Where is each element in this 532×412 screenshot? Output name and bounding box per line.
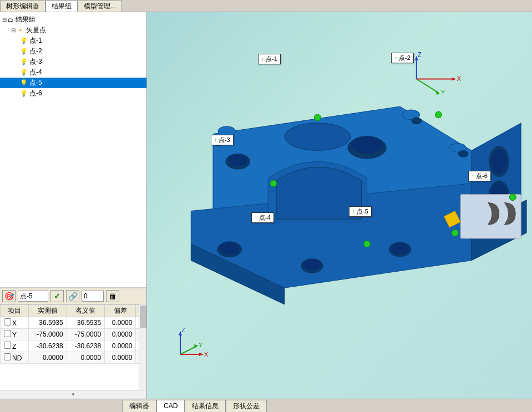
row-x-nominal: 36.5935 [67, 317, 104, 329]
row-y-nominal: -75.0000 [67, 329, 104, 340]
row-y-checkbox[interactable] [4, 330, 11, 337]
tree-root-label: 结果组 [16, 15, 36, 24]
row-x-item: X [1, 317, 29, 329]
scroll-bottom-arrow[interactable]: ▼ [0, 390, 146, 399]
svg-point-18 [303, 260, 321, 271]
point-1-text: 点-1 [266, 55, 277, 63]
tree-view[interactable]: ⊟ 🗂 结果组 ⊟ 🔸 矢量点 💡 点-1 💡 点-2 [0, 12, 146, 288]
svg-point-20 [391, 243, 409, 254]
row-z-checkbox[interactable] [4, 342, 11, 349]
tree-point-5[interactable]: 💡 点-5 [0, 78, 146, 88]
top-tabs: 树形编辑器 结果组 模型管理... [0, 0, 532, 12]
row-nd-checkbox[interactable] [4, 353, 11, 360]
row-z-nominal: -30.6238 [67, 340, 104, 352]
tab-tree-editor[interactable]: 树形编辑器 [0, 1, 45, 12]
tree-point-6-label: 点-6 [29, 89, 42, 98]
target-icon-btn[interactable]: 🎯 [2, 290, 16, 302]
up-arrow-icon-2: ↑ [394, 55, 397, 61]
point-icon-3: 💡 [20, 58, 28, 65]
data-table-container: 项目 实测值 名义值 偏差 X 36.5935 36.5935 0.0000 [0, 304, 146, 390]
tab-results-group[interactable]: 结果组 [45, 1, 78, 12]
tree-point-1[interactable]: 💡 点-1 [0, 35, 146, 46]
point-label-2: ↑ 点-2 [391, 53, 414, 63]
row-nd-nominal: 0.0000 [67, 352, 104, 364]
table-row: X 36.5935 36.5935 0.0000 0 [1, 317, 146, 329]
tree-point-2-label: 点-2 [29, 47, 42, 56]
row-nd-item: ND [1, 352, 29, 364]
bottom-status-bar: 编辑器 CAD 结果信息 形状公差 [0, 399, 532, 412]
svg-point-10 [492, 149, 507, 174]
col-measured: 实测值 [29, 305, 67, 317]
svg-point-6 [285, 123, 351, 151]
bottom-tab-editor[interactable]: 编辑器 [122, 400, 156, 412]
point-label-5: ↑ 点-5 [349, 206, 372, 217]
tree-group[interactable]: ⊟ 🔸 矢量点 [0, 25, 146, 35]
tree-root[interactable]: ⊟ 🗂 结果组 [0, 14, 146, 25]
3d-viewport[interactable]: Z Y X ↑ 点-1 ↑ 点-2 ↑ 点-3 [147, 12, 532, 399]
point-icon-1: 💡 [20, 37, 28, 44]
clear-btn[interactable]: 🗑 [106, 290, 119, 302]
tree-point-4-label: 点-4 [29, 68, 42, 77]
point-2-text: 点-2 [399, 54, 411, 62]
tab-model-manager[interactable]: 模型管理... [78, 1, 122, 12]
svg-point-41 [364, 241, 371, 247]
svg-marker-51 [199, 353, 204, 356]
table-row: Z -30.6238 -30.6238 0.0000 0 [1, 340, 146, 352]
svg-text:X: X [204, 351, 208, 358]
expand-icon[interactable]: ⊟ [2, 17, 7, 23]
point-label-4: ↑ 点-4 [251, 212, 274, 223]
row-x-deviation: 0.0000 [105, 317, 136, 329]
row-z-measured: -30.6238 [29, 340, 67, 352]
tree-point-5-label: 点-5 [29, 78, 42, 88]
scrollbar[interactable] [139, 304, 146, 390]
group-expand-icon[interactable]: ⊟ [11, 27, 16, 33]
svg-point-27 [412, 118, 422, 124]
tree-point-2[interactable]: 💡 点-2 [0, 46, 146, 57]
number-input[interactable] [82, 291, 104, 302]
bottom-tab-tolerance[interactable]: 形状公差 [226, 400, 267, 412]
tree-point-4[interactable]: 💡 点-4 [0, 67, 146, 78]
up-arrow-icon-4: ↑ [255, 215, 257, 221]
svg-point-28 [458, 150, 468, 157]
scroll-thumb[interactable] [140, 306, 146, 328]
up-arrow-icon: ↑ [261, 56, 264, 62]
svg-marker-33 [435, 90, 440, 95]
svg-point-42 [452, 230, 458, 236]
point-icon-5: 💡 [20, 79, 28, 87]
check-btn[interactable]: ✓ [50, 290, 64, 302]
bottom-panel: 🎯 ✓ 🔗 🗑 项目 实测值 名义值 偏差 [0, 288, 146, 399]
tree-point-1-label: 点-1 [29, 36, 42, 45]
bottom-tab-cad[interactable]: CAD [156, 400, 185, 412]
svg-point-22 [229, 155, 247, 166]
tree-group-label: 矢量点 [26, 26, 46, 35]
row-nd-measured: 0.0000 [29, 352, 67, 364]
link-btn[interactable]: 🔗 [66, 290, 79, 302]
bottom-tabs: 编辑器 CAD 结果信息 形状公差 [0, 399, 267, 412]
svg-point-8 [351, 136, 383, 154]
row-nd-deviation: 0.0000 [105, 352, 136, 364]
point-label-1: ↑ 点-1 [258, 54, 281, 64]
left-panel: ⊟ 🗂 结果组 ⊟ 🔸 矢量点 💡 点-1 💡 点-2 [0, 12, 147, 399]
svg-line-47 [180, 346, 197, 354]
point-4-text: 点-4 [259, 213, 271, 222]
folder-icon: 🗂 [8, 17, 14, 23]
col-deviation: 偏差 [105, 305, 136, 317]
svg-point-40 [270, 180, 277, 187]
tree-point-3-label: 点-3 [29, 57, 42, 67]
point-label-6: ↑ 点-6 [468, 171, 491, 181]
row-z-deviation: 0.0000 [105, 340, 136, 352]
row-x-checkbox[interactable] [4, 318, 11, 325]
svg-text:Z: Z [181, 327, 185, 333]
up-arrow-icon-5: ↑ [352, 208, 355, 215]
point-name-input[interactable] [18, 291, 48, 302]
tree-point-3[interactable]: 💡 点-3 [0, 57, 146, 67]
bottom-tab-results[interactable]: 结果信息 [185, 400, 226, 412]
row-y-deviation: 0.0000 [105, 329, 136, 340]
table-row: Y -75.0000 -75.0000 0.0000 0 [1, 329, 146, 340]
svg-line-32 [417, 79, 439, 93]
point-icon-6: 💡 [20, 90, 28, 97]
svg-marker-48 [194, 344, 198, 348]
svg-marker-36 [452, 77, 456, 80]
point-icon-2: 💡 [20, 48, 28, 55]
tree-point-6[interactable]: 💡 点-6 [0, 88, 146, 99]
